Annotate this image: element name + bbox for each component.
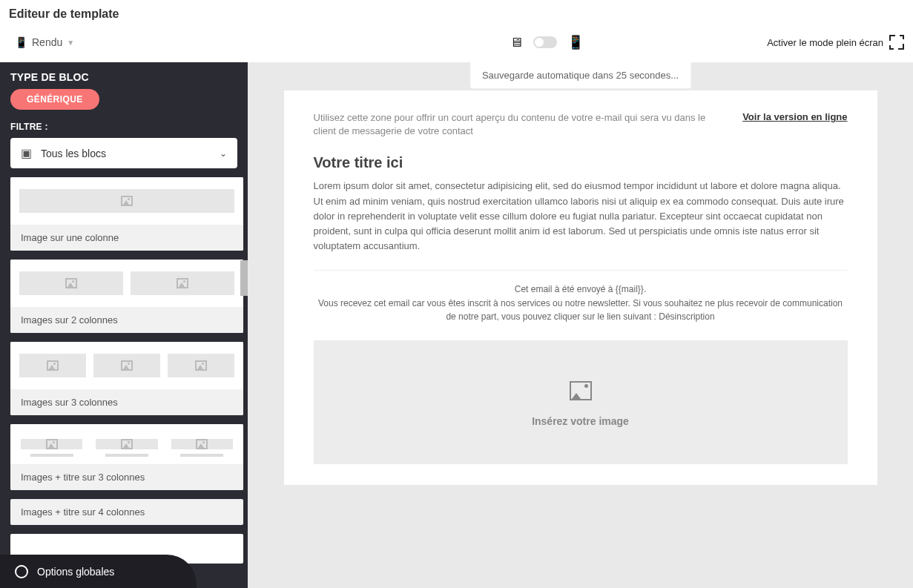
- sidebar: TYPE DE BLOC GÉNÉRIQUE FILTRE : ▣ Tous l…: [0, 62, 248, 588]
- image-drop-label: Insérez votre image: [532, 415, 629, 427]
- email-body[interactable]: Lorem ipsum dolor sit amet, consectetur …: [314, 179, 848, 254]
- image-icon: [570, 381, 592, 400]
- desktop-icon[interactable]: 🖥: [510, 35, 523, 50]
- email-title[interactable]: Votre titre ici: [314, 154, 848, 171]
- image-drop-zone[interactable]: Insérez votre image: [314, 340, 848, 464]
- block-label: Images sur 2 colonnes: [10, 307, 243, 333]
- divider: [314, 270, 848, 271]
- image-placeholder-icon: [196, 439, 208, 449]
- block-image-3col[interactable]: Images sur 3 colonnes: [10, 342, 243, 415]
- image-placeholder-icon: [46, 439, 58, 449]
- options-label: Options globales: [37, 566, 114, 578]
- preview-text[interactable]: Utilisez cette zone pour offrir un court…: [314, 111, 713, 138]
- block-image-title-3col[interactable]: Images + titre sur 3 colonnes: [10, 424, 243, 490]
- filter-label: FILTRE :: [0, 119, 248, 138]
- image-placeholder-icon: [121, 196, 133, 206]
- filter-value: Tous les blocs: [41, 148, 106, 159]
- image-placeholder-icon: [47, 360, 59, 371]
- device-toggle[interactable]: [533, 36, 557, 48]
- gear-icon: [15, 565, 28, 578]
- canvas[interactable]: Sauvegarde automatique dans 25 secondes.…: [248, 62, 913, 588]
- rendu-dropdown[interactable]: 📱 Rendu ▼: [15, 36, 74, 48]
- block-label: Images sur 3 colonnes: [10, 389, 243, 415]
- autosave-indicator: Sauvegarde automatique dans 25 secondes.…: [469, 62, 691, 89]
- block-type-heading: TYPE DE BLOC: [0, 62, 248, 89]
- tab-generic[interactable]: GÉNÉRIQUE: [10, 89, 99, 110]
- view-online-link[interactable]: Voir la version en ligne: [742, 111, 847, 122]
- toolbar: 📱 Rendu ▼ 🖥 📱 Activer le mode plein écra…: [0, 28, 913, 62]
- page-title: Editeur de template: [0, 0, 913, 28]
- block-label: Images + titre sur 3 colonnes: [10, 464, 243, 490]
- image-placeholder-icon: [65, 278, 77, 288]
- image-placeholder-icon: [195, 360, 207, 371]
- block-label: Images + titre sur 4 colonnes: [10, 499, 243, 525]
- fullscreen-icon: [889, 35, 904, 50]
- image-placeholder-icon: [121, 360, 133, 371]
- global-options-button[interactable]: Options globales: [0, 555, 197, 588]
- block-label: Image sur une colonne: [10, 225, 243, 251]
- footer-line2: Vous recevez cet email car vous êtes ins…: [314, 297, 848, 324]
- fullscreen-button[interactable]: Activer le mode plein écran: [767, 35, 904, 50]
- chevron-down-icon: ▼: [67, 39, 74, 47]
- block-image-1col[interactable]: Image sur une colonne: [10, 177, 243, 251]
- chevron-down-icon: ⌄: [220, 148, 227, 159]
- blocks-list[interactable]: Image sur une colonne Images sur 2 colon…: [0, 177, 248, 588]
- email-frame[interactable]: Utilisez cette zone pour offrir un court…: [284, 90, 877, 485]
- block-image-2col[interactable]: Images sur 2 colonnes: [10, 260, 243, 333]
- rendu-label: Rendu: [32, 36, 62, 48]
- footer-line1: Cet email à été envoyé à {{mail}}.: [314, 283, 848, 297]
- image-placeholder-icon: [121, 439, 133, 449]
- scrollbar-thumb[interactable]: [240, 260, 248, 296]
- image-placeholder-icon: [177, 278, 188, 288]
- phone-icon: 📱: [15, 36, 27, 48]
- layers-icon: ▣: [21, 146, 32, 160]
- block-image-title-4col[interactable]: Images + titre sur 4 colonnes: [10, 499, 243, 525]
- email-footer[interactable]: Cet email à été envoyé à {{mail}}. Vous …: [314, 283, 848, 324]
- mobile-icon[interactable]: 📱: [567, 34, 584, 50]
- fullscreen-label: Activer le mode plein écran: [767, 37, 883, 48]
- filter-select[interactable]: ▣ Tous les blocs ⌄: [10, 138, 237, 168]
